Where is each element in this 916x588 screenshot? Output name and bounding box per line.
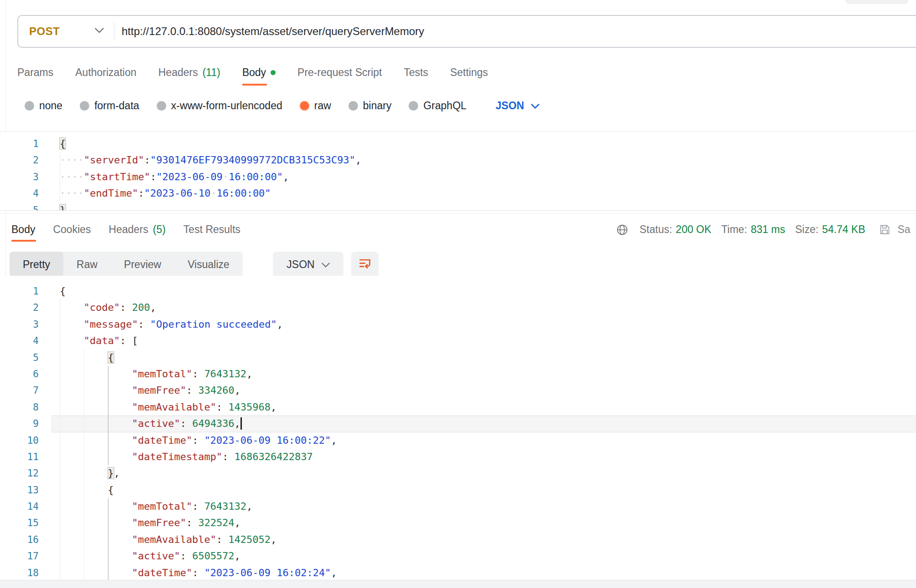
indent-guide bbox=[60, 299, 60, 316]
request-tab-settings[interactable]: Settings bbox=[450, 59, 488, 86]
chevron-down-icon bbox=[531, 100, 539, 112]
view-mode-preview[interactable]: Preview bbox=[111, 252, 174, 277]
indent-guide bbox=[84, 432, 84, 449]
code-text: ····"endTime":"2023-06-10·16:00:00" bbox=[60, 185, 271, 202]
radio-selected-icon bbox=[300, 101, 309, 111]
view-mode-raw[interactable]: Raw bbox=[63, 252, 111, 277]
code-line: 7"memFree": 334260, bbox=[0, 382, 916, 399]
line-number: 10 bbox=[0, 432, 39, 449]
indent-guide bbox=[60, 432, 60, 449]
request-body-editor[interactable]: 1{2····"serverId":"9301476EF79340999772D… bbox=[0, 131, 916, 210]
code-token: "serverId" bbox=[84, 154, 144, 166]
code-text: "memTotal": 7643132, bbox=[132, 498, 252, 515]
code-token: , bbox=[235, 550, 241, 562]
save-response-icon[interactable] bbox=[879, 223, 891, 236]
unsaved-changes-dot-icon bbox=[271, 70, 276, 75]
code-token: : bbox=[192, 435, 205, 446]
view-mode-visualize[interactable]: Visualize bbox=[174, 252, 243, 277]
code-token: , bbox=[283, 171, 289, 182]
request-language-select[interactable]: JSON bbox=[496, 100, 539, 112]
request-tab-pre-request-script[interactable]: Pre-request Script bbox=[297, 59, 382, 86]
indent-guide bbox=[108, 515, 108, 531]
indent-guide bbox=[60, 382, 60, 399]
indent-guide bbox=[84, 532, 84, 548]
body-mode-none[interactable]: none bbox=[25, 100, 62, 112]
wrap-line-icon bbox=[358, 256, 372, 273]
response-language-select[interactable]: JSON bbox=[273, 252, 343, 277]
view-mode-label: Pretty bbox=[23, 259, 50, 271]
body-mode-x-www-form-urlencoded[interactable]: x-www-form-urlencoded bbox=[157, 100, 282, 112]
request-tab-body[interactable]: Body bbox=[242, 59, 276, 86]
view-mode-pretty[interactable]: Pretty bbox=[10, 252, 63, 277]
line-number: 3 bbox=[0, 316, 39, 333]
body-mode-label: binary bbox=[363, 100, 392, 112]
line-number: 11 bbox=[0, 449, 39, 465]
response-tab-body[interactable]: Body bbox=[11, 218, 35, 242]
response-tab-cookies[interactable]: Cookies bbox=[53, 218, 91, 242]
request-tab-tests[interactable]: Tests bbox=[404, 59, 428, 86]
body-mode-form-data[interactable]: form-data bbox=[80, 100, 139, 112]
tab-label: Headers bbox=[109, 223, 148, 236]
code-token: "memAvailable" bbox=[132, 401, 216, 413]
response-tab-headers[interactable]: Headers(5) bbox=[109, 218, 166, 242]
indent-guide bbox=[60, 333, 60, 349]
code-token: : bbox=[192, 567, 205, 578]
request-tab-authorization[interactable]: Authorization bbox=[75, 59, 136, 86]
request-tab-params[interactable]: Params bbox=[17, 59, 53, 86]
bracket-highlight: } bbox=[108, 467, 114, 479]
horizontal-scrollbar[interactable] bbox=[0, 580, 916, 588]
response-tab-test-results[interactable]: Test Results bbox=[184, 218, 241, 242]
radio-icon bbox=[80, 101, 89, 111]
code-token: , bbox=[271, 534, 276, 545]
code-token: "dateTimestamp" bbox=[132, 451, 222, 462]
code-token: 6505572 bbox=[192, 550, 235, 562]
code-line: 10"dateTime": "2023-06-09 16:00:22", bbox=[0, 432, 916, 449]
time-value: 831 ms bbox=[751, 223, 785, 236]
time-group: Time: 831 ms bbox=[722, 223, 785, 236]
bracket-highlight: { bbox=[108, 352, 114, 363]
code-token: 1435968 bbox=[228, 401, 271, 413]
status-group: Status: 200 OK bbox=[640, 223, 711, 236]
code-line: 4"data": [ bbox=[0, 333, 916, 349]
save-response-label[interactable]: Sa bbox=[897, 223, 910, 236]
code-token: "data" bbox=[84, 335, 120, 346]
url-input[interactable]: http://127.0.0.1:8080/system/asset/serve… bbox=[122, 25, 424, 38]
request-tab-headers[interactable]: Headers(11) bbox=[159, 59, 220, 86]
code-token: "message" bbox=[84, 319, 138, 330]
indent-guide bbox=[60, 565, 60, 580]
code-token: 6494336 bbox=[192, 418, 235, 429]
indent-guide bbox=[60, 498, 60, 515]
code-text: "message": "Operation succeeded", bbox=[84, 316, 283, 333]
tab-label: Settings bbox=[450, 66, 488, 79]
code-line: 11"dateTimestamp": 1686326422837 bbox=[0, 449, 916, 465]
code-text: } bbox=[60, 202, 66, 210]
code-text: "active": 6505572, bbox=[132, 548, 240, 564]
code-text: "active": 6494336, bbox=[132, 416, 241, 432]
body-mode-graphql[interactable]: GraphQL bbox=[409, 100, 466, 112]
wrap-line-button[interactable] bbox=[351, 252, 379, 277]
response-body-editor[interactable]: 1{2"code": 200,3"message": "Operation su… bbox=[0, 276, 916, 580]
code-token: , bbox=[150, 302, 156, 313]
body-mode-raw[interactable]: raw bbox=[300, 100, 331, 112]
indent-guide bbox=[108, 449, 108, 465]
code-token: ···· bbox=[60, 154, 84, 166]
code-token: : bbox=[144, 154, 150, 166]
line-number: 1 bbox=[0, 136, 39, 152]
body-mode-binary[interactable]: binary bbox=[348, 100, 392, 112]
code-line: 3····"startTime":"2023-06-09·16:00:00", bbox=[0, 169, 916, 185]
code-token: · bbox=[210, 188, 216, 199]
radio-icon bbox=[409, 101, 418, 111]
globe-icon[interactable] bbox=[616, 223, 629, 236]
code-line: 4····"endTime":"2023-06-10·16:00:00" bbox=[0, 185, 916, 202]
code-token: "memAvailable" bbox=[132, 534, 216, 545]
code-line: 2"code": 200, bbox=[0, 299, 916, 316]
code-line: 12}, bbox=[0, 465, 916, 482]
code-text: "data": [ bbox=[84, 333, 138, 349]
method-select[interactable]: POST bbox=[18, 25, 114, 38]
code-token: "dateTime" bbox=[132, 567, 192, 578]
code-token: 16:00:00" bbox=[229, 171, 283, 182]
indent-guide bbox=[84, 498, 84, 515]
line-number: 8 bbox=[0, 399, 39, 416]
indent-guide bbox=[60, 366, 60, 382]
text-cursor bbox=[241, 417, 242, 430]
